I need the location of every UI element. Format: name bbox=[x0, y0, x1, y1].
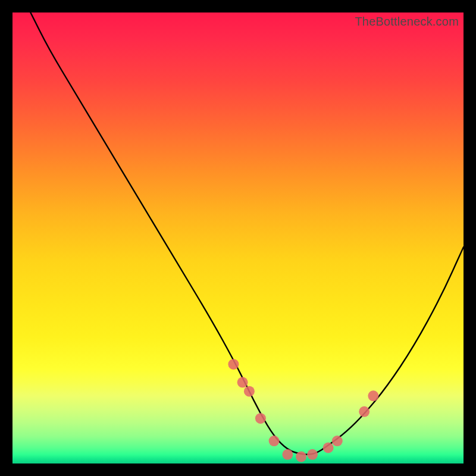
highlight-point bbox=[359, 406, 369, 417]
highlight-point bbox=[332, 436, 343, 446]
highlight-point bbox=[255, 413, 266, 424]
plot-area: TheBottleneck.com bbox=[12, 12, 464, 464]
chart-container: TheBottleneck.com bbox=[0, 0, 476, 476]
highlight-points-layer bbox=[228, 359, 378, 462]
highlight-point bbox=[237, 377, 248, 388]
highlight-point bbox=[269, 436, 280, 446]
highlight-point bbox=[282, 449, 293, 460]
highlight-point bbox=[296, 452, 306, 462]
chart-svg bbox=[12, 12, 464, 464]
highlight-point bbox=[228, 359, 239, 369]
highlight-point bbox=[323, 443, 334, 453]
highlight-point bbox=[307, 449, 318, 460]
highlight-point bbox=[244, 386, 255, 397]
highlight-point bbox=[368, 390, 378, 401]
